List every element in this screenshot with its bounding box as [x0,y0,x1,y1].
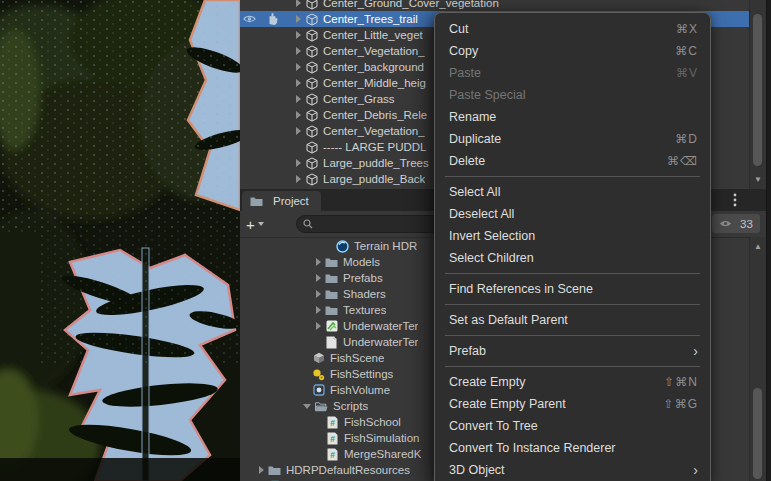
scene-view[interactable] [0,0,241,481]
chevron-down-icon [258,222,264,226]
expand-arrow-icon[interactable] [296,95,301,103]
menu-item[interactable]: Convert To Instance Renderer [435,437,710,459]
scene-view-render [0,0,240,481]
menu-item[interactable]: Deselect All [435,203,710,225]
expand-arrow-icon[interactable] [296,159,301,167]
search-icon [303,219,313,229]
expand-arrow-icon[interactable] [316,274,321,282]
eye-icon [719,219,732,228]
expand-arrow-icon[interactable] [296,47,301,55]
expand-arrow-icon[interactable] [316,306,321,314]
hierarchy-item-label: ----- LARGE PUDDL [323,141,427,153]
menu-item[interactable]: Select All [435,181,710,203]
scroll-up-button[interactable]: ▲ [750,239,766,253]
menu-item[interactable]: Prefab› [435,340,710,362]
menu-item[interactable]: Create Empty⇧⌘N [435,371,710,393]
menu-separator [445,176,700,177]
script-icon: # [326,448,339,461]
hidden-count-value: 33 [740,218,753,230]
menu-item[interactable]: Find References in Scene [435,278,710,300]
tab-project[interactable]: Project [242,191,321,211]
expand-arrow-icon[interactable] [296,31,301,39]
expand-arrow-icon[interactable] [296,111,301,119]
menu-item-label: Rename [449,110,698,124]
menu-item[interactable]: Delete⌘⌫ [435,150,710,172]
svg-text:#: # [330,450,335,460]
menu-item-shortcut: ⇧⌘G [664,397,698,411]
hierarchy-item-label: Center_Middle_heig [323,77,426,89]
menu-item[interactable]: Invert Selection [435,225,710,247]
script-icon: # [326,416,339,429]
hierarchy-item-label: Center_Little_veget [323,29,423,41]
eye-icon[interactable] [243,12,256,25]
project-item-label: Terrain HDR [354,240,417,252]
menu-item[interactable]: Duplicate⌘D [435,128,710,150]
hierarchy-item-label: Center_background [323,61,424,73]
hdri-icon [336,240,349,253]
menu-item[interactable]: Create Empty Parent⇧⌘G [435,393,710,415]
cube-icon [305,125,318,138]
expand-arrow-icon[interactable] [316,290,321,298]
project-item-label: FishSettings [330,368,393,380]
menu-item[interactable]: Copy⌘C [435,40,710,62]
cube-icon [305,141,318,154]
project-item-label: Shaders [343,288,386,300]
menu-item[interactable]: 3D Object› [435,459,710,481]
project-scrollbar[interactable]: ▲ [749,237,766,481]
neighbor-panel-edge [767,0,771,481]
hierarchy-item-label: Center_Ground_Cover_vegetation [323,0,499,9]
svg-text:#: # [330,434,335,444]
kebab-menu-icon[interactable] [728,194,741,207]
hierarchy-scrollbar[interactable]: ▼ [749,0,766,189]
hand-icon[interactable] [266,12,279,25]
menu-item-label: Select Children [449,251,698,265]
menu-item-label: Set as Default Parent [449,313,698,327]
hidden-count-toggle[interactable]: 33 [712,214,760,233]
expand-arrow-icon[interactable] [296,175,301,183]
menu-item-label: Duplicate [449,132,675,146]
menu-separator [445,366,700,367]
menu-item[interactable]: Rename [435,106,710,128]
expand-arrow-icon[interactable] [296,79,301,87]
menu-item-label: Copy [449,44,675,58]
hierarchy-item-label: Center_Vegetation_ [323,45,425,57]
scroll-down-button[interactable]: ▼ [750,172,766,186]
expand-arrow-icon[interactable] [296,63,301,71]
menu-item[interactable]: Convert To Tree [435,415,710,437]
collapse-arrow-icon[interactable] [303,404,311,409]
menu-item[interactable]: Select Children [435,247,710,269]
menu-item[interactable]: Set as Default Parent [435,309,710,331]
expand-arrow-icon[interactable] [259,466,264,474]
project-item-label: Prefabs [343,272,383,284]
expand-arrow-icon[interactable] [316,258,321,266]
cube-icon [305,157,318,170]
hierarchy-row[interactable]: Center_Ground_Cover_vegetation [240,0,750,11]
settings-icon [312,368,325,381]
menu-item-shortcut: ⌘⌫ [667,154,698,168]
menu-item-label: Find References in Scene [449,282,698,296]
project-item-label: Models [343,256,380,268]
folder-icon [325,304,338,317]
menu-separator [445,335,700,336]
folder-icon [325,288,338,301]
project-item-label: Scripts [333,400,368,412]
menu-item: Paste Special [435,84,710,106]
svg-text:#: # [330,418,335,428]
context-menu: Cut⌘XCopy⌘CPaste⌘VPaste SpecialRenameDup… [434,12,711,481]
plus-icon: + [246,217,255,232]
folder-open-icon [315,400,328,413]
menu-separator [445,304,700,305]
expand-arrow-icon[interactable] [316,322,321,330]
menu-item-label: Paste [449,66,676,80]
folder-icon [325,256,338,269]
menu-item-label: Invert Selection [449,229,698,243]
hierarchy-item-label: Center_Grass [323,93,395,105]
add-asset-button[interactable]: + [246,217,264,232]
expand-arrow-icon[interactable] [296,0,301,7]
project-item-label: MergeSharedK [344,448,421,460]
expand-arrow-icon[interactable] [296,127,301,135]
menu-item[interactable]: Cut⌘X [435,18,710,40]
expand-arrow-icon[interactable] [296,15,301,23]
hierarchy-item-label: Large_puddle_Trees [323,157,429,169]
hierarchy-item-label: Large_puddle_Back [323,173,425,185]
